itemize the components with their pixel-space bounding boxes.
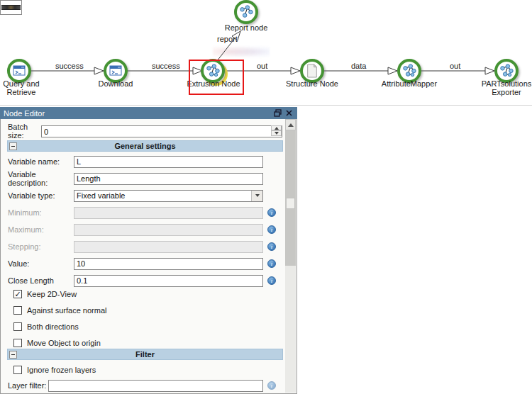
batch-size-label: Batch size:: [8, 123, 41, 140]
float-panel-button[interactable]: [273, 108, 282, 118]
close-icon: [286, 110, 292, 116]
stepper-up-button[interactable]: [271, 125, 282, 131]
workflow-canvas[interactable]: success success out data out report Quer…: [0, 0, 532, 105]
checkbox-label: Keep 2D-View: [27, 290, 77, 298]
close-length-row: Close Length i: [8, 274, 276, 287]
minimized-panel-stripe: [1, 5, 21, 10]
against-surface-normal-row[interactable]: Against surface normal: [13, 305, 107, 315]
batch-size-input[interactable]: [41, 125, 282, 137]
info-icon[interactable]: i: [267, 225, 276, 234]
panel-titlebar[interactable]: Node Editor: [0, 107, 297, 119]
info-icon[interactable]: i: [267, 259, 276, 268]
section-header-filter[interactable]: Filter: [7, 349, 283, 360]
checkbox-against-surface-normal[interactable]: [13, 306, 22, 315]
variable-type-label: Variable type:: [8, 191, 74, 200]
node-label-extrusion: Extrusion Node: [174, 79, 253, 88]
keep-2d-view-row[interactable]: ✓ Keep 2D-View: [13, 289, 77, 299]
maximum-label: Maximum:: [8, 225, 74, 234]
down-arrow-icon: [275, 132, 279, 135]
section-title: General settings: [114, 142, 175, 150]
node-label-query: Query and Retrieve: [0, 79, 60, 96]
node-label-download: Download: [77, 79, 155, 88]
checkbox-label: Both directions: [27, 322, 79, 331]
scrollbar-thumb[interactable]: [286, 198, 295, 209]
value-label: Value:: [8, 259, 74, 268]
minimum-label: Minimum:: [8, 208, 74, 217]
variable-type-select[interactable]: Fixed variable: [74, 190, 263, 202]
graph-icon: [234, 0, 258, 24]
batch-size-stepper[interactable]: [271, 125, 282, 136]
variable-description-input[interactable]: [74, 173, 263, 185]
checkbox-both-directions[interactable]: [13, 322, 22, 331]
variable-type-value: Fixed variable: [77, 191, 125, 200]
edge-label-success-2: success: [152, 62, 180, 70]
node-label-report: Report node: [207, 23, 285, 32]
minimum-input: [74, 207, 263, 219]
move-object-to-origin-row[interactable]: Move Object to origin: [13, 338, 101, 348]
layer-filter-input[interactable]: [48, 380, 263, 392]
minus-icon: [11, 354, 15, 355]
node-report[interactable]: [234, 0, 258, 24]
vertical-scrollbar[interactable]: [285, 119, 296, 393]
stepping-label: Stepping:: [8, 242, 74, 251]
up-arrow-icon: [275, 127, 279, 130]
section-header-general-settings[interactable]: General settings: [7, 140, 283, 152]
ignore-frozen-layers-row[interactable]: Ignore frozen layers: [13, 365, 96, 375]
panel-content: Batch size: General settings Variable na…: [0, 119, 297, 394]
minimized-panel[interactable]: [0, 0, 22, 15]
edge-label-out-2: out: [450, 62, 460, 70]
stepping-input: [74, 241, 263, 253]
info-icon[interactable]: i: [267, 242, 276, 251]
layer-filter-label: Layer filter:: [8, 381, 48, 390]
node-label-attributemapper: AttributeMapper: [370, 79, 448, 88]
node-editor-panel: Node Editor Batch size:: [0, 107, 297, 394]
node-label-structure: Structure Node: [273, 79, 351, 88]
edge-label-success-1: success: [55, 62, 84, 70]
stepping-row: Stepping: i: [8, 240, 276, 253]
edge-label-data: data: [351, 62, 366, 70]
minus-icon: [11, 146, 15, 147]
close-length-input[interactable]: [74, 275, 263, 287]
checkbox-label: Against surface normal: [27, 306, 107, 315]
checkbox-label: Move Object to origin: [27, 339, 101, 347]
edge-connections: [0, 0, 532, 105]
info-icon[interactable]: i: [267, 208, 276, 217]
variable-description-row: Variable description:: [8, 172, 263, 185]
section-title: Filter: [135, 350, 155, 359]
up-arrow-icon: [288, 123, 294, 127]
close-length-label: Close Length: [8, 276, 74, 285]
layer-filter-row: Layer filter: i: [8, 379, 276, 392]
close-panel-button[interactable]: [284, 108, 294, 118]
variable-name-input[interactable]: [74, 156, 263, 168]
maximum-row: Maximum: i: [8, 223, 276, 236]
value-input[interactable]: [74, 258, 263, 270]
checkbox-move-object-to-origin[interactable]: [13, 339, 22, 347]
application-window: success success out data out report Quer…: [0, 0, 532, 394]
panel-title: Node Editor: [4, 109, 271, 118]
minimum-row: Minimum: i: [8, 206, 276, 219]
checkbox-label: Ignore frozen layers: [27, 366, 96, 374]
combo-dropdown-button[interactable]: [251, 191, 262, 201]
stepper-down-button[interactable]: [271, 130, 282, 136]
scrollbar-track[interactable]: [285, 130, 296, 393]
canvas-divider: [0, 105, 532, 106]
info-icon[interactable]: i: [267, 276, 276, 285]
variable-name-row: Variable name:: [8, 155, 263, 168]
node-label-exporter: PARTsolutions Exporter: [467, 79, 532, 96]
both-directions-row[interactable]: Both directions: [13, 322, 79, 332]
edge-label-out-1: out: [257, 62, 267, 70]
batch-size-row: Batch size:: [8, 125, 282, 137]
checkbox-ignore-frozen-layers[interactable]: [13, 366, 22, 374]
value-row: Value: i: [8, 257, 276, 270]
variable-description-label: Variable description:: [8, 170, 74, 187]
checkbox-keep-2d-view[interactable]: ✓: [13, 290, 22, 298]
chevron-down-icon: [255, 194, 260, 197]
collapse-button[interactable]: [9, 351, 17, 359]
maximum-input: [74, 224, 263, 236]
info-icon[interactable]: i: [267, 381, 276, 390]
scrollbar-up-button[interactable]: [285, 119, 296, 130]
float-icon: [274, 109, 282, 117]
edge-label-report: report: [217, 35, 238, 43]
variable-type-row: Variable type: Fixed variable: [8, 189, 263, 202]
collapse-button[interactable]: [9, 142, 17, 150]
